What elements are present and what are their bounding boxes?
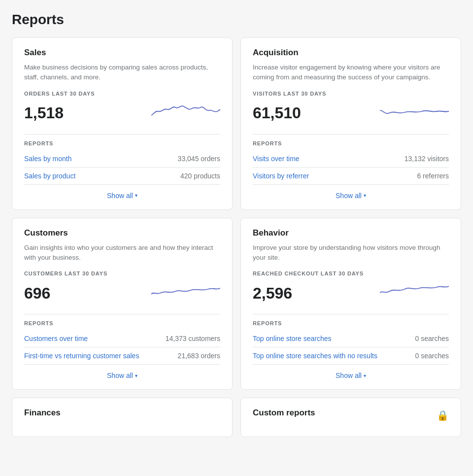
report-link-customers-0[interactable]: Customers over time (24, 335, 88, 342)
report-item-sales-1: Sales by product 420 products (24, 168, 220, 185)
report-count-customers-1: 21,683 orders (178, 352, 220, 360)
metric-label-acquisition: VISITORS LAST 30 DAYS (253, 91, 449, 97)
card-desc-behavior: Improve your store by understanding how … (253, 243, 449, 263)
reports-label-acquisition: REPORTS (253, 134, 449, 146)
metric-label-customers: CUSTOMERS LAST 30 DAYS (24, 271, 220, 276)
metric-value-behavior: 2,596 (253, 284, 292, 303)
metric-row-behavior: 2,596 (253, 280, 449, 306)
report-link-customers-1[interactable]: First-time vs returning customer sales (24, 352, 139, 360)
show-all-button-behavior[interactable]: Show all ▾ (336, 372, 366, 379)
show-all-button-sales[interactable]: Show all ▾ (107, 192, 137, 200)
report-link-sales-1[interactable]: Sales by product (24, 172, 75, 180)
card-title-acquisition: Acquisition (253, 48, 449, 58)
card-title-sales: Sales (24, 48, 220, 58)
show-all-button-customers[interactable]: Show all ▾ (107, 372, 137, 379)
report-item-behavior-0: Top online store searches 0 searches (253, 330, 449, 347)
report-item-acquisition-1: Visitors by referrer 6 referrers (253, 168, 449, 185)
report-count-customers-0: 14,373 customers (166, 335, 220, 342)
card-title-behavior: Behavior (253, 228, 449, 238)
report-item-acquisition-0: Visits over time 13,132 visitors (253, 150, 449, 168)
report-item-behavior-1: Top online store searches with no result… (253, 347, 449, 365)
show-all-button-acquisition[interactable]: Show all ▾ (336, 192, 366, 200)
card-title-customers: Customers (24, 228, 220, 238)
metric-value-customers: 696 (24, 284, 50, 303)
show-all-label-acquisition: Show all (336, 192, 362, 200)
metric-value-acquisition: 61,510 (253, 104, 301, 122)
card-sales: Sales Make business decisions by compari… (12, 37, 233, 210)
card-desc-acquisition: Increase visitor engagement by knowing w… (253, 63, 449, 83)
report-link-sales-0[interactable]: Sales by month (24, 155, 72, 163)
chevron-down-icon-customers: ▾ (135, 373, 137, 378)
bottom-cards-grid: Finances Custom reports 🔒 (12, 398, 461, 437)
metric-row-acquisition: 61,510 (253, 101, 449, 126)
reports-label-behavior: REPORTS (253, 314, 449, 326)
show-all-row-acquisition: Show all ▾ (253, 185, 449, 200)
sparkline-sales (151, 101, 220, 126)
cards-grid: Sales Make business decisions by compari… (12, 37, 461, 390)
card-finances: Finances (12, 398, 233, 437)
chevron-down-icon-sales: ▾ (135, 193, 137, 198)
card-desc-customers: Gain insights into who your customers ar… (24, 243, 220, 263)
sparkline-acquisition (380, 101, 449, 126)
report-link-acquisition-0[interactable]: Visits over time (253, 155, 300, 163)
report-count-behavior-0: 0 searches (415, 335, 449, 342)
metric-row-customers: 696 (24, 280, 220, 306)
report-item-customers-1: First-time vs returning customer sales 2… (24, 347, 220, 365)
chevron-down-icon-behavior: ▾ (364, 373, 366, 378)
show-all-label-behavior: Show all (336, 372, 362, 379)
report-link-behavior-1[interactable]: Top online store searches with no result… (253, 352, 377, 360)
report-item-customers-0: Customers over time 14,373 customers (24, 330, 220, 347)
lock-icon: 🔒 (437, 409, 449, 421)
card-title-finances: Finances (24, 408, 61, 418)
report-item-sales-0: Sales by month 33,045 orders (24, 150, 220, 168)
report-link-acquisition-1[interactable]: Visitors by referrer (253, 172, 309, 180)
card-behavior: Behavior Improve your store by understan… (240, 218, 461, 390)
chevron-down-icon-acquisition: ▾ (364, 193, 366, 198)
metric-value-sales: 1,518 (24, 104, 64, 122)
card-custom_reports: Custom reports 🔒 (240, 398, 461, 437)
card-customers: Customers Gain insights into who your cu… (12, 218, 233, 390)
metric-label-sales: ORDERS LAST 30 DAYS (24, 91, 220, 97)
report-count-sales-0: 33,045 orders (178, 155, 220, 163)
report-count-acquisition-0: 13,132 visitors (405, 155, 449, 163)
show-all-row-behavior: Show all ▾ (253, 365, 449, 379)
metric-row-sales: 1,518 (24, 101, 220, 126)
metric-label-behavior: REACHED CHECKOUT LAST 30 DAYS (253, 271, 449, 276)
reports-label-sales: REPORTS (24, 134, 220, 146)
report-count-acquisition-1: 6 referrers (417, 172, 449, 180)
card-desc-sales: Make business decisions by comparing sal… (24, 63, 220, 83)
sparkline-behavior (380, 280, 449, 306)
show-all-row-customers: Show all ▾ (24, 365, 220, 379)
show-all-label-sales: Show all (107, 192, 133, 200)
show-all-label-customers: Show all (107, 372, 133, 379)
reports-label-customers: REPORTS (24, 314, 220, 326)
report-count-behavior-1: 0 searches (415, 352, 449, 360)
page-title: Reports (12, 12, 461, 28)
sparkline-customers (151, 280, 220, 306)
show-all-row-sales: Show all ▾ (24, 185, 220, 200)
card-title-custom_reports: Custom reports (253, 408, 315, 418)
card-acquisition: Acquisition Increase visitor engagement … (240, 37, 461, 210)
report-count-sales-1: 420 products (180, 172, 220, 180)
report-link-behavior-0[interactable]: Top online store searches (253, 335, 332, 342)
